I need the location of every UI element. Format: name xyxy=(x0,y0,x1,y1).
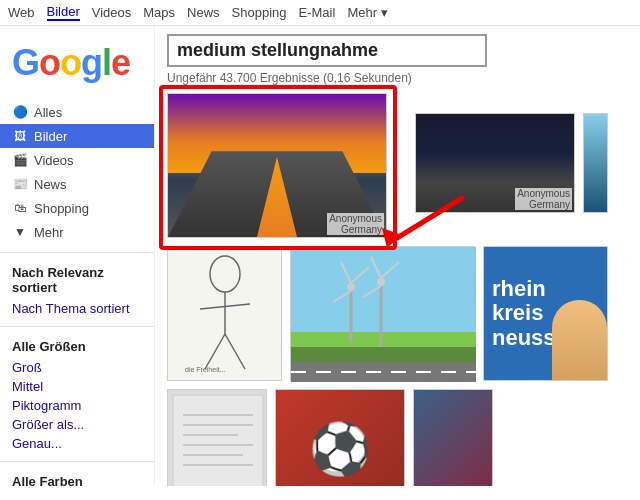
windmill-visual xyxy=(290,246,475,381)
gray-doc-visual xyxy=(167,389,267,486)
sidebar-label-mehr: Mehr xyxy=(34,225,64,240)
main-layout: Google 🔵 Alles 🖼 Bilder 🎬 Videos 📰 News … xyxy=(0,26,640,486)
size-groser-link[interactable]: Größer als... xyxy=(0,415,154,434)
mehr-icon: ▼ xyxy=(12,224,28,240)
sidebar-label-bilder: Bilder xyxy=(34,129,67,144)
svg-rect-8 xyxy=(291,247,476,332)
sidebar-item-alles[interactable]: 🔵 Alles xyxy=(0,100,154,124)
sidebar: Google 🔵 Alles 🖼 Bilder 🎬 Videos 📰 News … xyxy=(0,26,155,486)
image-person-sketch[interactable]: die Freiheit... xyxy=(167,246,282,381)
image-grid: AnonymousGermany AnonymousGermany xyxy=(167,93,628,486)
highway-main-visual: AnonymousGermany xyxy=(167,93,387,238)
person-sketch-visual: die Freiheit... xyxy=(167,246,282,381)
image-soccer[interactable] xyxy=(275,389,405,486)
soccer-visual xyxy=(275,389,405,486)
svg-line-5 xyxy=(205,334,225,369)
sidebar-item-videos[interactable]: 🎬 Videos xyxy=(0,148,154,172)
portrait-visual xyxy=(552,300,607,380)
image-highway-main[interactable]: AnonymousGermany xyxy=(167,93,387,238)
svg-point-2 xyxy=(210,256,240,292)
image-caption-1: AnonymousGermany xyxy=(327,213,384,235)
image-gray-doc[interactable] xyxy=(167,389,267,486)
search-type-section: 🔵 Alles 🖼 Bilder 🎬 Videos 📰 News 🛍 Shopp… xyxy=(0,100,154,244)
sidebar-item-shopping[interactable]: 🛍 Shopping xyxy=(0,196,154,220)
image-caption-2: AnonymousGermany xyxy=(515,188,572,210)
svg-text:die Freiheit...: die Freiheit... xyxy=(185,366,226,373)
blue-strip-visual xyxy=(583,113,608,213)
google-logo: Google xyxy=(0,34,154,100)
search-results-content: Ungefähr 43.700 Ergebnisse (0,16 Sekunde… xyxy=(155,26,640,486)
size-label: Alle Größen xyxy=(0,335,154,358)
annotation-container: AnonymousGermany xyxy=(167,93,387,238)
size-gros-link[interactable]: Groß xyxy=(0,358,154,377)
size-section: Alle Größen Groß Mittel Piktogramm Größe… xyxy=(0,335,154,453)
nav-news[interactable]: News xyxy=(187,5,220,20)
size-mittel-link[interactable]: Mittel xyxy=(0,377,154,396)
search-input[interactable] xyxy=(167,34,487,67)
videos-icon: 🎬 xyxy=(12,152,28,168)
sidebar-label-shopping: Shopping xyxy=(34,201,89,216)
nav-mehr[interactable]: Mehr ▾ xyxy=(347,5,387,20)
image-windmill[interactable] xyxy=(290,246,475,381)
sidebar-divider-1 xyxy=(0,252,154,253)
bilder-icon: 🖼 xyxy=(12,128,28,144)
news-icon: 📰 xyxy=(12,176,28,192)
alles-icon: 🔵 xyxy=(12,104,28,120)
sort-section: Nach Relevanz sortiert Nach Thema sortie… xyxy=(0,261,154,318)
nav-maps[interactable]: Maps xyxy=(143,5,175,20)
rhein-text: rheinkreisneuss xyxy=(492,277,556,350)
highway-small-visual: AnonymousGermany xyxy=(415,113,575,213)
size-genau-link[interactable]: Genau... xyxy=(0,434,154,453)
color-section: Alle Farben xyxy=(0,470,154,493)
rhein-banner-visual: rheinkreisneuss xyxy=(483,246,608,381)
sidebar-label-alles: Alles xyxy=(34,105,62,120)
svg-rect-23 xyxy=(173,395,263,486)
sidebar-item-bilder[interactable]: 🖼 Bilder xyxy=(0,124,154,148)
shopping-icon: 🛍 xyxy=(12,200,28,216)
nav-web[interactable]: Web xyxy=(8,5,35,20)
sidebar-divider-3 xyxy=(0,461,154,462)
sidebar-item-news[interactable]: 📰 News xyxy=(0,172,154,196)
image-rhein-banner[interactable]: rheinkreisneuss xyxy=(483,246,608,381)
sidebar-item-mehr[interactable]: ▼ Mehr xyxy=(0,220,154,244)
sidebar-label-videos: Videos xyxy=(34,153,74,168)
nav-email[interactable]: E-Mail xyxy=(299,5,336,20)
color-label: Alle Farben xyxy=(0,470,154,493)
search-bar xyxy=(167,34,628,67)
svg-point-12 xyxy=(347,283,355,291)
sky-overlay xyxy=(168,94,386,173)
size-piktogramm-link[interactable]: Piktogramm xyxy=(0,396,154,415)
image-row-2: die Freiheit... xyxy=(167,246,628,381)
sort-label: Nach Relevanz sortiert xyxy=(0,261,154,299)
windmill-svg xyxy=(291,247,476,382)
svg-line-6 xyxy=(225,334,245,369)
sidebar-label-news: News xyxy=(34,177,67,192)
image-blue-strip[interactable] xyxy=(583,113,608,213)
image-row-1: AnonymousGermany AnonymousGermany xyxy=(167,93,628,238)
results-count: Ungefähr 43.700 Ergebnisse (0,16 Sekunde… xyxy=(167,71,628,85)
svg-point-17 xyxy=(377,278,385,286)
sketch-svg: die Freiheit... xyxy=(180,254,270,374)
image-highway-small[interactable]: AnonymousGermany xyxy=(415,113,575,213)
image-partial-right[interactable] xyxy=(413,389,493,486)
nav-bilder[interactable]: Bilder xyxy=(47,4,80,21)
top-navigation: Web Bilder Videos Maps News Shopping E-M… xyxy=(0,0,640,26)
partial-right-visual xyxy=(413,389,493,486)
doc-svg xyxy=(168,390,268,486)
nav-shopping[interactable]: Shopping xyxy=(232,5,287,20)
sidebar-divider-2 xyxy=(0,326,154,327)
nav-videos[interactable]: Videos xyxy=(92,5,132,20)
sort-by-theme-link[interactable]: Nach Thema sortiert xyxy=(0,299,154,318)
image-row-3 xyxy=(167,389,628,486)
